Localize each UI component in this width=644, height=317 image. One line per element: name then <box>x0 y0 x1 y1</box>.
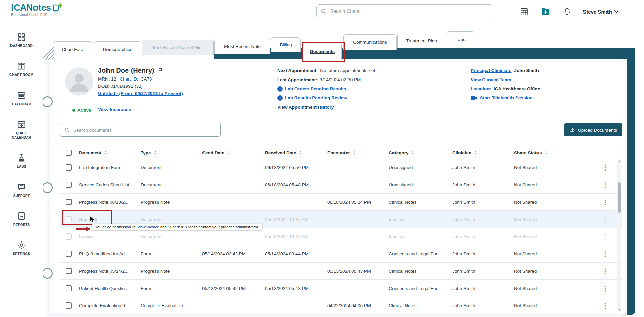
cell-received-date: 05/14/2024 03:44 PM <box>265 251 327 256</box>
view-insurance-link[interactable]: View Insurance <box>98 107 131 112</box>
lab-orders-pending-link[interactable]: Lab Orders Pending Results <box>285 86 347 92</box>
billing-rates-icon[interactable] <box>520 7 528 16</box>
header-actions: Steve Smith <box>520 0 618 23</box>
table-scrollbar[interactable]: ▲ ▼ <box>617 159 621 312</box>
sidebar-item-support[interactable]: SUPPORT <box>3 182 41 198</box>
sort-icon[interactable]: ▲▼ <box>474 151 477 155</box>
patient-name: John Doe (Henry) <box>98 67 154 74</box>
sort-icon[interactable]: ▲▼ <box>353 151 355 155</box>
table-row[interactable]: Progress Note 05/14/2...Progress Note05/… <box>60 263 622 280</box>
sort-icon[interactable]: ▲▼ <box>299 151 302 155</box>
tab-labs[interactable]: Labs <box>447 31 474 47</box>
flag-icon[interactable] <box>158 68 163 74</box>
info-icon <box>277 95 283 101</box>
kebab-menu-icon[interactable]: ⋮ <box>602 233 609 241</box>
select-all-checkbox[interactable] <box>66 150 72 156</box>
kebab-menu-icon[interactable]: ⋮ <box>602 267 609 275</box>
column-header[interactable]: Received Date▲▼ <box>265 150 327 155</box>
column-header[interactable]: Type▲▼ <box>141 150 202 155</box>
sort-icon[interactable]: ▲▼ <box>154 151 157 155</box>
search-charts-input[interactable] <box>330 8 488 14</box>
table-row[interactable]: Progress Note 06/18/2...Progress Note06/… <box>60 194 622 211</box>
search-documents-input[interactable] <box>73 127 216 133</box>
sidebar-item-settings[interactable]: SETTINGS <box>3 241 41 256</box>
info-icon <box>277 86 283 92</box>
column-header[interactable]: Send Date▲▼ <box>202 150 265 155</box>
status-badge: Active <box>72 108 91 113</box>
lab-results-pending-link[interactable]: Lab Results Pending Review <box>285 95 347 101</box>
sidebar-item-labs[interactable]: LABS <box>3 153 41 169</box>
episode-link[interactable]: Untitled - (From: 09/27/2023 to Present) <box>98 91 183 96</box>
chart-id-link[interactable]: Chart ID: <box>120 76 138 82</box>
row-checkbox[interactable] <box>66 216 72 222</box>
tab-treatment-plan[interactable]: Treatment Plan <box>397 33 446 48</box>
row-checkbox[interactable] <box>66 285 72 291</box>
row-checkbox[interactable] <box>66 182 72 188</box>
table-row[interactable]: PHQ-9 modified for Ad...Form05/14/2024 0… <box>60 245 622 263</box>
location-label[interactable]: Location: <box>471 86 491 92</box>
cell-category: Clinical Notes <box>389 200 452 205</box>
cell-encounter: 04/22/2024 04:06 PM <box>327 303 389 308</box>
sort-icon[interactable]: ▲▼ <box>545 151 547 155</box>
tab-most-recent-note[interactable]: Most Recent Note <box>214 39 270 54</box>
upload-documents-button[interactable]: Upload Documents <box>564 123 622 136</box>
notifications-bell-icon[interactable] <box>563 7 571 16</box>
patient-dob: DOB: 01/01/1992 (32) <box>98 84 183 89</box>
kebab-menu-icon[interactable]: ⋮ <box>602 198 609 206</box>
table-row[interactable]: Lab Integration FormDocument06/18/2024 0… <box>60 159 622 176</box>
new-chart-icon[interactable] <box>540 6 551 17</box>
kebab-menu-icon[interactable]: ⋮ <box>602 181 609 189</box>
kebab-menu-icon[interactable]: ⋮ <box>602 216 609 223</box>
kebab-menu-icon[interactable]: ⋮ <box>602 250 609 258</box>
user-menu[interactable]: Steve Smith <box>583 9 618 15</box>
table-row[interactable]: Patient Health Questio...Form05/13/2024 … <box>60 280 622 297</box>
view-clinical-team-link[interactable]: View Clinical Team <box>471 76 511 83</box>
start-telehealth-link[interactable]: Start Telehealth Session <box>480 95 533 101</box>
sidebar-item-chart-room[interactable]: CHART ROOM <box>3 62 41 77</box>
sidebar-item-reports[interactable]: REPORTS <box>3 211 41 227</box>
sidebar-label: DASHBOARD <box>10 44 33 48</box>
column-header[interactable]: Clinician▲▼ <box>452 150 514 155</box>
column-header[interactable]: Category▲▼ <box>389 150 452 155</box>
row-checkbox[interactable] <box>66 164 72 171</box>
column-header[interactable]: Encounter▲▼ <box>327 150 389 155</box>
row-checkbox[interactable] <box>66 268 72 274</box>
sidebar-item-quick-calendar[interactable]: QUICK CALENDAR <box>3 120 41 140</box>
principal-clinician-label[interactable]: Principal Clinician: <box>471 67 512 74</box>
patient-mrn: MRN: 12 | <box>98 76 119 82</box>
icanotes-logo[interactable]: ICANotes Behavioral Health EHR <box>11 3 62 17</box>
sort-icon[interactable]: ▲▼ <box>104 151 107 155</box>
scroll-down-icon[interactable]: ▼ <box>617 308 621 312</box>
tab-documents[interactable]: Documents <box>303 43 342 60</box>
row-checkbox[interactable] <box>66 233 72 240</box>
column-header[interactable]: Share Status▲▼ <box>514 150 571 155</box>
table-row[interactable]: InvoiceDocument05/28/2024 10:16 AMInvoic… <box>60 228 622 245</box>
kebab-menu-icon[interactable]: ⋮ <box>602 285 609 292</box>
upload-documents-label: Upload Documents <box>578 128 617 133</box>
sort-icon[interactable]: ▲▼ <box>412 151 414 155</box>
tab-most-recent-note-of-mine: Most Recent Note of Mine <box>142 40 214 55</box>
cell-encounter: 05/13/2024 05:43 PM <box>327 269 389 274</box>
tab-chart-face[interactable]: Chart Face <box>54 41 92 58</box>
tab-communications[interactable]: Communications <box>343 34 397 50</box>
search-icon <box>321 8 327 14</box>
scroll-up-icon[interactable]: ▲ <box>617 160 621 163</box>
scrollbar-thumb[interactable] <box>618 182 621 213</box>
tab-demographics[interactable]: Demographics <box>94 41 141 58</box>
kebab-menu-icon[interactable]: ⋮ <box>602 164 609 172</box>
column-header[interactable]: Document▲▼ <box>79 150 141 155</box>
sort-icon[interactable]: ▲▼ <box>228 151 230 155</box>
row-checkbox[interactable] <box>66 199 72 205</box>
row-checkbox[interactable] <box>66 251 72 257</box>
kebab-menu-icon[interactable]: ⋮ <box>602 302 609 310</box>
table-row[interactable]: Service Codes Short ListDocument06/18/20… <box>60 176 622 194</box>
cell-share-status: Not Shared <box>514 234 571 239</box>
cell-clinician: John Smith <box>452 182 514 187</box>
tab-billing[interactable]: Billing <box>271 37 301 52</box>
sidebar-item-calendar[interactable]: CALENDAR <box>3 91 41 106</box>
row-checkbox[interactable] <box>66 302 72 309</box>
table-row[interactable]: Complete Evaluation 0...Complete Evaluat… <box>60 297 622 314</box>
sidebar-item-dashboard[interactable]: DASHBOARD <box>3 32 41 48</box>
view-appointment-history-link[interactable]: View Appointment History <box>277 104 334 111</box>
cell-share-status: Not Shared <box>514 303 571 308</box>
